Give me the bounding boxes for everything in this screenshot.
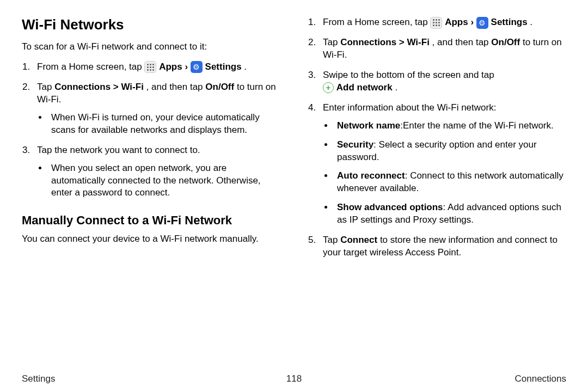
apps-label: Apps — [445, 17, 468, 27]
manual-connect-steps: From a Home screen, tap Apps › ⚙ Setti — [308, 16, 566, 259]
step-text: Tap the network you want to connect to. — [37, 145, 200, 155]
step-text: Enter information about the Wi-Fi networ… — [323, 102, 496, 113]
left-column: Wi-Fi Networks To scan for a Wi-Fi netwo… — [22, 16, 280, 387]
apps-icon — [430, 17, 442, 29]
chevron-icon: › — [185, 62, 190, 72]
wifi-networks-steps: From a Home screen, tap Apps › ⚙ Setti — [22, 61, 280, 199]
wifi-networks-heading: Wi-Fi Networks — [22, 16, 280, 33]
footer-left: Settings — [22, 373, 55, 384]
step-item: Swipe to the bottom of the screen and ta… — [318, 69, 566, 94]
step-item: Tap Connections > Wi-Fi , and then tap O… — [318, 36, 566, 62]
step-text: Swipe to the bottom of the screen and ta… — [323, 70, 494, 80]
step-text: , and then tap — [432, 37, 492, 47]
right-column: From a Home screen, tap Apps › ⚙ Setti — [308, 16, 566, 387]
wifi-networks-intro: To scan for a Wi-Fi network and connect … — [22, 41, 280, 53]
list-item: When you select an open network, you are… — [48, 162, 280, 200]
footer-right: Connections — [514, 373, 566, 384]
add-network-label: Add network — [336, 82, 393, 93]
step-item: Tap Connect to store the new information… — [318, 234, 566, 259]
bold-text: Connections > Wi-Fi — [340, 37, 430, 47]
manual-connect-heading: Manually Connect to a Wi-Fi Network — [22, 213, 280, 228]
page-number: 118 — [286, 373, 302, 384]
add-network-icon: + — [323, 82, 334, 93]
manual-connect-intro: You can connect your device to a Wi-Fi n… — [22, 233, 280, 246]
bold-text: On/Off — [205, 82, 234, 92]
apps-icon — [144, 61, 156, 73]
step-item: From a Home screen, tap Apps › ⚙ Setti — [318, 16, 566, 29]
bullet-list: When Wi-Fi is turned on, your device aut… — [48, 112, 280, 137]
list-item: When Wi-Fi is turned on, your device aut… — [48, 112, 280, 137]
bold-text: On/Off — [491, 37, 520, 47]
step-item: Tap the network you want to connect to. … — [33, 144, 280, 200]
settings-label: Settings — [205, 62, 242, 72]
list-item: Auto reconnect: Connect to this network … — [334, 170, 566, 195]
settings-icon: ⚙ — [476, 17, 488, 29]
step-text: Tap — [323, 235, 340, 245]
bullet-bold: Show advanced options — [337, 202, 443, 212]
step-suffix: . — [530, 17, 532, 27]
bullet-bold: Network name — [337, 120, 400, 131]
step-text: , and then tap — [146, 82, 206, 92]
step-item: Tap Connections > Wi-Fi , and then tap O… — [33, 81, 280, 137]
settings-label: Settings — [491, 17, 528, 27]
step-item: Enter information about the Wi-Fi networ… — [318, 102, 566, 227]
step-suffix: . — [244, 62, 247, 72]
bullet-list: When you select an open network, you are… — [48, 162, 280, 200]
step-text: Tap — [37, 82, 54, 92]
list-item: Security: Select a security option and e… — [334, 139, 566, 164]
bullet-text: :Enter the name of the Wi-Fi network. — [400, 120, 554, 131]
step-suffix: . — [395, 82, 397, 93]
list-item: Show advanced options: Add advanced opti… — [334, 201, 566, 226]
step-item: From a Home screen, tap Apps › ⚙ Setti — [33, 61, 280, 74]
settings-icon: ⚙ — [191, 61, 203, 73]
step-text: Tap — [323, 37, 340, 47]
bold-text: Connect — [340, 235, 377, 245]
apps-label: Apps — [159, 62, 182, 72]
document-page: Wi-Fi Networks To scan for a Wi-Fi netwo… — [0, 0, 588, 392]
step-text: From a Home screen, tap — [37, 62, 144, 72]
chevron-icon: › — [470, 17, 476, 27]
page-footer: Settings 118 Connections — [22, 373, 566, 384]
bullet-bold: Auto reconnect — [337, 170, 405, 181]
bullet-bold: Security — [337, 139, 373, 150]
bold-text: Connections > Wi-Fi — [54, 82, 144, 92]
step-text: From a Home screen, tap — [323, 17, 430, 27]
bullet-list: Network name:Enter the name of the Wi-Fi… — [334, 120, 566, 227]
list-item: Network name:Enter the name of the Wi-Fi… — [334, 120, 566, 132]
content-columns: Wi-Fi Networks To scan for a Wi-Fi netwo… — [22, 16, 566, 387]
